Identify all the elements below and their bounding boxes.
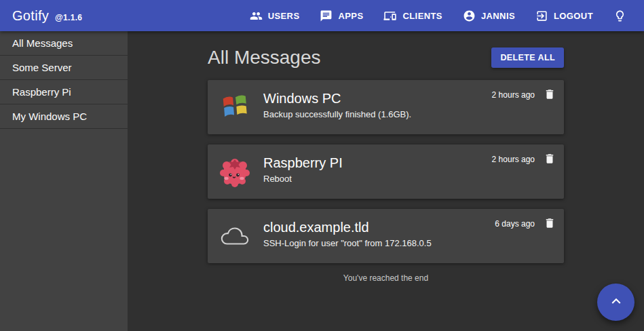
trash-icon (544, 92, 556, 102)
delete-message-button[interactable] (544, 217, 556, 231)
nav-users[interactable]: USERS (250, 9, 300, 22)
page-title: All Messages (208, 47, 321, 69)
message-meta: 2 hours ago (492, 88, 556, 102)
message-text-block: cloud.example.tld SSH-Login for user "ro… (263, 220, 432, 252)
message-body: Reboot (263, 174, 343, 184)
users-icon (250, 9, 263, 22)
delete-message-button[interactable] (544, 153, 556, 167)
message-meta: 2 hours ago (492, 153, 556, 167)
sidebar-item-label: Raspberry Pi (12, 86, 71, 98)
message-text-block: Windows PC Backup successfully finished … (263, 91, 411, 123)
sidebar-item-my-windows-pc[interactable]: My Windows PC (0, 104, 128, 129)
sidebar-item-raspberry-pi[interactable]: Raspberry Pi (0, 80, 128, 104)
navbar-menu: USERS APPS CLIENTS JANNIS LOGOUT (250, 9, 626, 22)
delete-all-button[interactable]: DELETE ALL (491, 47, 564, 68)
nav-clients[interactable]: CLIENTS (383, 9, 442, 22)
apps-icon (320, 9, 333, 22)
nav-logout[interactable]: LOGOUT (535, 9, 593, 22)
clients-icon (383, 9, 397, 22)
theme-toggle-button[interactable] (613, 9, 626, 22)
raspberry-icon (219, 155, 251, 188)
lightbulb-icon (613, 9, 626, 22)
main-area: All Messages DELETE ALL Windows PC Backu… (128, 31, 644, 331)
message-app-name: Raspberry PI (263, 155, 343, 171)
cloud-icon (219, 220, 251, 252)
message-timestamp: 2 hours ago (492, 155, 535, 164)
nav-apps-label: APPS (338, 11, 363, 21)
sidebar-item-label: All Messages (12, 37, 73, 49)
nav-clients-label: CLIENTS (402, 11, 442, 21)
message-card-windows-pc: Windows PC Backup successfully finished … (208, 80, 564, 134)
sidebar-item-some-server[interactable]: Some Server (0, 56, 128, 80)
end-of-list-text: You've reached the end (208, 273, 564, 283)
sidebar-item-all-messages[interactable]: All Messages (0, 31, 128, 56)
chevron-up-icon (607, 292, 625, 312)
sidebar-item-label: Some Server (12, 62, 72, 73)
nav-users-label: USERS (268, 11, 300, 21)
top-navbar: Gotify @1.1.6 USERS APPS CLIENTS JANNIS (0, 0, 644, 31)
scroll-to-top-button[interactable] (597, 284, 634, 321)
message-body: Backup successfully finished (1.6GB). (263, 109, 411, 119)
page-body: All Messages Some Server Raspberry Pi My… (0, 31, 644, 331)
nav-apps[interactable]: APPS (320, 9, 363, 22)
sidebar: All Messages Some Server Raspberry Pi My… (0, 31, 128, 331)
message-meta: 6 days ago (495, 217, 556, 231)
app-title: Gotify (12, 8, 49, 24)
message-card-cloud: cloud.example.tld SSH-Login for user "ro… (208, 209, 564, 263)
message-timestamp: 2 hours ago (492, 90, 535, 100)
logout-icon (535, 9, 548, 22)
trash-icon (544, 221, 556, 231)
app-brand: Gotify @1.1.6 (12, 8, 82, 24)
heading-row: All Messages DELETE ALL (208, 47, 564, 69)
nav-account[interactable]: JANNIS (463, 9, 515, 22)
message-card-raspberry-pi: Raspberry PI Reboot 2 hours ago (208, 144, 564, 199)
message-app-name: Windows PC (263, 91, 411, 106)
windows-logo-icon (219, 91, 251, 123)
nav-logout-label: LOGOUT (554, 11, 593, 21)
trash-icon (544, 157, 556, 167)
sidebar-item-label: My Windows PC (12, 111, 87, 122)
nav-account-label: JANNIS (481, 11, 515, 21)
message-text-block: Raspberry PI Reboot (263, 155, 343, 188)
delete-message-button[interactable] (544, 88, 556, 102)
account-icon (463, 9, 476, 22)
messages-panel: All Messages DELETE ALL Windows PC Backu… (208, 47, 564, 283)
message-body: SSH-Login for user "root" from 172.168.0… (263, 238, 432, 248)
message-timestamp: 6 days ago (495, 219, 535, 229)
message-app-name: cloud.example.tld (263, 220, 432, 235)
app-version: @1.1.6 (55, 13, 82, 22)
